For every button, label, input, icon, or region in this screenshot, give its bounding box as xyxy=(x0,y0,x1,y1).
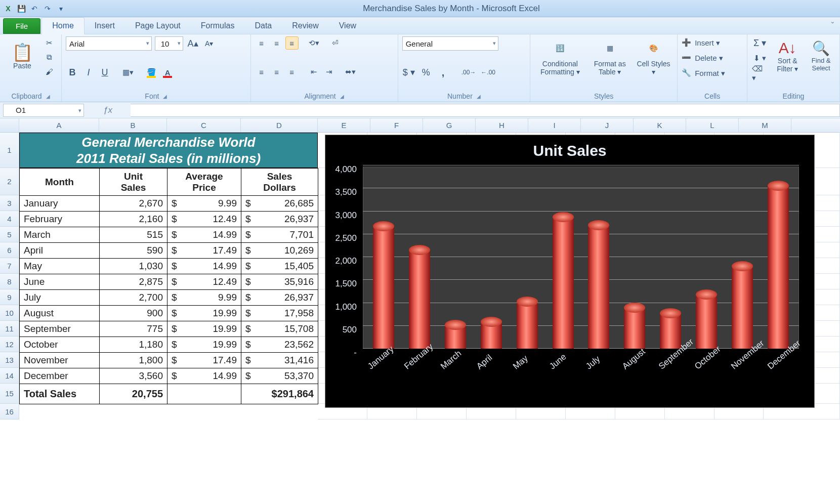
align-middle-icon[interactable]: ≡ xyxy=(270,36,283,50)
row-header[interactable]: 4 xyxy=(0,211,19,227)
font-dialog-icon[interactable]: ◢ xyxy=(163,94,167,99)
row-header[interactable]: 16 xyxy=(0,404,19,419)
align-bottom-icon[interactable]: ≡ xyxy=(285,36,299,50)
save-icon[interactable]: 💾 xyxy=(16,4,26,14)
decrease-decimal-icon[interactable]: ←.00 xyxy=(480,66,496,79)
percent-icon[interactable]: % xyxy=(419,66,433,79)
row-header[interactable]: 12 xyxy=(0,337,19,352)
tab-insert[interactable]: Insert xyxy=(85,18,125,34)
row-header[interactable]: 6 xyxy=(0,242,19,258)
delete-cells-button[interactable]: ➖Delete ▾ xyxy=(682,52,743,65)
font-color-icon[interactable]: A xyxy=(161,66,174,79)
table-row[interactable]: August900$19.99$17,958 xyxy=(20,306,318,321)
qat-customize-icon[interactable]: ▾ xyxy=(56,4,66,14)
table-header[interactable]: UnitSales xyxy=(100,169,167,196)
row-header[interactable]: 13 xyxy=(0,352,19,368)
bold-button[interactable]: B xyxy=(66,66,79,79)
tab-data[interactable]: Data xyxy=(244,18,282,34)
format-painter-icon[interactable]: 🖌 xyxy=(43,65,56,78)
column-header[interactable]: D xyxy=(241,118,318,132)
table-row[interactable]: December3,560$14.99$53,370 xyxy=(20,368,318,384)
alignment-dialog-icon[interactable]: ◢ xyxy=(340,94,344,99)
fill-color-icon[interactable]: 🪣 xyxy=(145,66,158,79)
embedded-chart[interactable]: Unit Sales -5001,0001,5002,0002,5003,000… xyxy=(325,135,815,408)
row-header[interactable]: 5 xyxy=(0,227,19,242)
font-name-select[interactable]: Arial▾ xyxy=(66,36,152,51)
column-header[interactable]: F xyxy=(370,118,423,132)
borders-icon[interactable]: ▦▾ xyxy=(121,66,135,79)
row-header[interactable]: 15 xyxy=(0,384,19,404)
select-all-corner[interactable] xyxy=(0,118,19,132)
column-header[interactable]: K xyxy=(634,118,686,132)
fill-icon[interactable]: ⬇ ▾ xyxy=(751,52,768,65)
table-header[interactable]: Month xyxy=(20,169,100,196)
row-header[interactable]: 2 xyxy=(0,168,19,195)
tab-review[interactable]: Review xyxy=(282,18,328,34)
increase-decimal-icon[interactable]: .00→ xyxy=(461,66,477,79)
column-header[interactable]: E xyxy=(318,118,370,132)
row-header[interactable]: 10 xyxy=(0,305,19,321)
insert-cells-button[interactable]: ➕Insert ▾ xyxy=(682,36,743,50)
increase-font-icon[interactable]: A▴ xyxy=(186,37,199,50)
align-right-icon[interactable]: ≡ xyxy=(285,65,299,78)
table-header[interactable]: AveragePrice xyxy=(167,169,241,196)
paste-button[interactable]: 📋 Paste xyxy=(4,36,40,77)
tab-view[interactable]: View xyxy=(329,18,366,34)
table-row[interactable]: April590$17.49$10,269 xyxy=(20,243,318,259)
table-row[interactable]: February2,160$12.49$26,937 xyxy=(20,212,318,227)
table-row[interactable]: June2,875$12.49$35,916 xyxy=(20,274,318,290)
conditional-formatting-button[interactable]: 🔢 Conditional Formatting ▾ xyxy=(536,36,584,77)
align-top-icon[interactable]: ≡ xyxy=(255,36,268,50)
table-row[interactable]: January2,670$9.99$26,685 xyxy=(20,196,318,212)
formula-input[interactable] xyxy=(131,104,840,117)
italic-button[interactable]: I xyxy=(82,66,95,79)
cells-area[interactable]: General Merchandise World 2011 Retail Sa… xyxy=(19,133,840,504)
table-row[interactable]: October1,180$19.99$23,562 xyxy=(20,337,318,353)
autosum-icon[interactable]: Σ ▾ xyxy=(751,36,768,50)
table-row[interactable]: May1,030$14.99$15,405 xyxy=(20,259,318,274)
column-header[interactable]: M xyxy=(739,118,791,132)
undo-icon[interactable]: ↶ xyxy=(29,4,39,14)
cut-icon[interactable]: ✂ xyxy=(43,36,56,50)
font-size-select[interactable]: 10▾ xyxy=(155,36,183,51)
format-cells-button[interactable]: 🔧Format ▾ xyxy=(682,67,743,80)
row-header[interactable]: 14 xyxy=(0,368,19,384)
row-header[interactable]: 9 xyxy=(0,289,19,305)
decrease-font-icon[interactable]: A▾ xyxy=(202,37,216,50)
table-total-row[interactable]: Total Sales20,755$291,864 xyxy=(20,384,318,404)
minimize-ribbon-icon[interactable]: ˇ xyxy=(831,21,834,30)
align-left-icon[interactable]: ≡ xyxy=(255,65,268,78)
align-center-icon[interactable]: ≡ xyxy=(270,65,283,78)
orientation-icon[interactable]: ⟲▾ xyxy=(308,36,321,50)
underline-button[interactable]: U xyxy=(98,66,111,79)
merge-center-icon[interactable]: ⬌▾ xyxy=(344,65,357,78)
tab-file[interactable]: File xyxy=(3,18,40,34)
tab-formulas[interactable]: Formulas xyxy=(191,18,245,34)
number-dialog-icon[interactable]: ◢ xyxy=(477,94,481,99)
increase-indent-icon[interactable]: ⇥ xyxy=(323,65,336,78)
redo-icon[interactable]: ↷ xyxy=(43,4,53,14)
column-header[interactable]: B xyxy=(99,118,167,132)
table-row[interactable]: July2,700$9.99$26,937 xyxy=(20,290,318,306)
clear-icon[interactable]: ⌫ ▾ xyxy=(751,67,768,80)
clipboard-dialog-icon[interactable]: ◢ xyxy=(46,94,50,99)
wrap-text-icon[interactable]: ⏎ xyxy=(329,36,342,50)
tab-home[interactable]: Home xyxy=(41,17,85,34)
column-header[interactable]: J xyxy=(581,118,634,132)
row-header[interactable]: 3 xyxy=(0,195,19,211)
format-as-table-button[interactable]: ▦ Format as Table ▾ xyxy=(588,36,632,77)
column-header[interactable]: L xyxy=(686,118,739,132)
fx-label[interactable]: ƒx xyxy=(85,105,131,115)
data-table[interactable]: MonthUnitSalesAveragePriceSalesDollarsJa… xyxy=(19,168,318,404)
name-box[interactable]: O1▾ xyxy=(3,104,84,117)
row-header[interactable]: 11 xyxy=(0,321,19,337)
number-format-select[interactable]: General▾ xyxy=(402,36,498,51)
row-header[interactable]: 7 xyxy=(0,258,19,274)
row-header[interactable]: 8 xyxy=(0,274,19,289)
sort-filter-button[interactable]: A↓ Sort & Filter ▾ xyxy=(771,36,804,77)
table-row[interactable]: November1,800$17.49$31,416 xyxy=(20,353,318,368)
row-header[interactable]: 1 xyxy=(0,133,19,168)
column-header[interactable]: C xyxy=(167,118,241,132)
table-header[interactable]: SalesDollars xyxy=(241,169,318,196)
cell-styles-button[interactable]: 🎨 Cell Styles ▾ xyxy=(635,36,671,77)
